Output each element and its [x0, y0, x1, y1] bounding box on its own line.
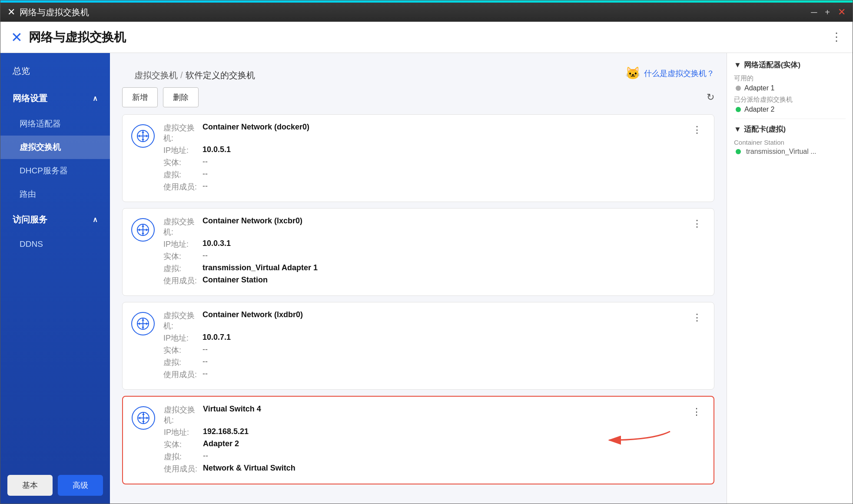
header-menu-icon[interactable]: ⋮ [831, 30, 842, 44]
label-switch-2: 虚拟交换机: [163, 216, 202, 237]
svg-marker-20 [146, 322, 148, 325]
label-switch-1: 虚拟交换机: [163, 123, 202, 143]
sidebar-dhcp-label: DHCP服务器 [20, 166, 68, 175]
svg-marker-24 [142, 413, 145, 415]
switch-more-1[interactable]: ⋮ [689, 123, 705, 137]
label-switch-3: 虚拟交换机: [163, 310, 202, 331]
breadcrumb: 虚拟交换机 / 软件定义的交换机 [122, 61, 267, 86]
app-title: 网络与虚拟交换机 [29, 29, 126, 46]
sidebar-ddns-label: DDNS [20, 239, 43, 249]
dot-green-1 [736, 107, 741, 112]
switch-more-2[interactable]: ⋮ [689, 216, 705, 231]
switch-row-ip-2: IP地址: 10.0.3.1 [163, 239, 684, 249]
svg-marker-13 [146, 229, 148, 231]
help-label: 什么是虚拟交换机？ [644, 68, 714, 79]
label-member-1: 使用成员: [163, 182, 202, 192]
switch-member-1: -- [202, 182, 208, 192]
sidebar-network-adapter-label: 网络适配器 [20, 119, 61, 128]
svg-marker-25 [142, 421, 145, 423]
switch-name-3: Container Network (lxdbr0) [202, 310, 303, 331]
right-panel: ▼ 网络适配器(实体) 可用的 Adapter 1 已分派给虚拟交换机 Adap… [727, 53, 853, 504]
sidebar-item-dhcp[interactable]: DHCP服务器 [0, 159, 110, 182]
breadcrumb-current: 软件定义的交换机 [186, 70, 255, 81]
svg-marker-12 [138, 229, 140, 231]
sidebar-item-ddns[interactable]: DDNS [0, 233, 110, 255]
switch-list: 虚拟交换机: Container Network (docker0) IP地址:… [110, 114, 727, 504]
right-divider-1 [734, 119, 846, 119]
delete-button[interactable]: 删除 [163, 87, 199, 107]
switch-icon-1 [131, 124, 155, 148]
sidebar-item-virtual-switch[interactable]: 虚拟交换机 [0, 136, 110, 159]
sidebar-item-network-adapter[interactable]: 网络适配器 [0, 112, 110, 136]
label-physical-2: 实体: [163, 251, 202, 262]
switch-card-4: 虚拟交换机: Virtual Switch 4 IP地址: 192.168.5.… [122, 396, 714, 484]
right-section-physical: ▼ 网络适配器(实体) [734, 60, 846, 70]
breadcrumb-help-row: 虚拟交换机 / 软件定义的交换机 🐱 什么是虚拟交换机？ [110, 53, 727, 87]
label-member-2: 使用成员: [163, 275, 202, 286]
titlebar: ✕ 网络与虚拟交换机 ─ + ✕ [0, 3, 853, 22]
adapter-1-label: Adapter 1 [744, 84, 774, 92]
sidebar-item-routing[interactable]: 路由 [0, 182, 110, 206]
red-arrow-annotation [583, 427, 679, 453]
right-virtual-title: 适配卡(虚拟) [744, 124, 786, 134]
label-physical-1: 实体: [163, 157, 202, 168]
sidebar-section-access[interactable]: 访问服务 ∧ [0, 206, 110, 233]
switch-row-physical-2: 实体: -- [163, 251, 684, 262]
switch-row-member-3: 使用成员: -- [163, 369, 684, 380]
sidebar-access-label: 访问服务 [13, 214, 47, 225]
switch-physical-3: -- [202, 345, 208, 355]
sidebar-network-label: 网络设置 [13, 93, 47, 104]
switch-more-3[interactable]: ⋮ [689, 310, 705, 325]
switch-physical-4: Adapter 2 [203, 439, 239, 450]
svg-marker-26 [138, 417, 140, 419]
switch-row-member-2: 使用成员: Container Station [163, 275, 684, 286]
label-switch-4: 虚拟交换机: [164, 405, 203, 425]
chevron-up-icon-2: ∧ [93, 216, 98, 224]
add-button[interactable]: 新增 [122, 87, 158, 107]
switch-row-name-1: 虚拟交换机: Container Network (docker0) [163, 123, 684, 143]
label-ip-1: IP地址: [163, 145, 202, 156]
label-virtual-4: 虚拟: [164, 451, 203, 462]
sidebar-bottom: 基本 高级 [0, 467, 110, 504]
right-container-station-label: Container Station [734, 139, 846, 146]
switch-row-ip-3: IP地址: 10.0.7.1 [163, 333, 684, 343]
switch-ip-1: 10.0.5.1 [202, 145, 231, 156]
label-ip-2: IP地址: [163, 239, 202, 249]
switch-virtual-3: -- [202, 357, 208, 368]
dot-green-2 [736, 149, 741, 154]
switch-more-4[interactable]: ⋮ [688, 405, 705, 419]
svg-marker-11 [142, 233, 144, 235]
label-virtual-1: 虚拟: [163, 169, 202, 180]
svg-marker-27 [146, 417, 149, 419]
right-virtual-item-1: transmission_Virtual ... [734, 148, 846, 156]
switch-row-ip-1: IP地址: 10.0.5.1 [163, 145, 684, 156]
header-bar: ✕ 网络与虚拟交换机 ⋮ [0, 22, 853, 53]
refresh-icon[interactable]: ↻ [707, 92, 714, 103]
switch-ip-4: 192.168.5.21 [203, 427, 249, 438]
basic-button[interactable]: 基本 [7, 475, 53, 496]
switch-row-member-1: 使用成员: -- [163, 182, 684, 192]
right-physical-title: 网络适配器(实体) [744, 60, 800, 70]
svg-marker-19 [138, 322, 140, 325]
switch-row-physical-1: 实体: -- [163, 157, 684, 168]
switch-name-2: Container Network (lxcbr0) [202, 216, 302, 237]
minimize-button[interactable]: ─ [811, 7, 817, 18]
label-ip-3: IP地址: [163, 333, 202, 343]
help-button[interactable]: 🐱 什么是虚拟交换机？ [625, 66, 714, 80]
sidebar-section-network[interactable]: 网络设置 ∧ [0, 85, 110, 112]
right-assigned-label: 已分派给虚拟交换机 [734, 96, 846, 104]
main-area: 总览 网络设置 ∧ 网络适配器 虚拟交换机 DHCP服务器 路由 访问服务 ∧ [0, 53, 853, 504]
switch-row-name-2: 虚拟交换机: Container Network (lxcbr0) [163, 216, 684, 237]
label-virtual-3: 虚拟: [163, 357, 202, 368]
maximize-button[interactable]: + [825, 7, 830, 18]
switch-name-1: Container Network (docker0) [202, 123, 309, 143]
close-button[interactable]: ✕ [838, 7, 846, 18]
label-ip-4: IP地址: [164, 427, 203, 438]
label-member-4: 使用成员: [164, 464, 203, 474]
breadcrumb-sep: / [180, 70, 183, 80]
sidebar-item-overview[interactable]: 总览 [0, 57, 110, 85]
titlebar-icon: ✕ [7, 7, 15, 18]
main-window: ✕ 网络与虚拟交换机 ─ + ✕ ✕ 网络与虚拟交换机 ⋮ 总览 网络设置 ∧ … [0, 0, 853, 504]
adapter-2-label: Adapter 2 [744, 106, 774, 113]
advanced-button[interactable]: 高级 [58, 475, 103, 496]
